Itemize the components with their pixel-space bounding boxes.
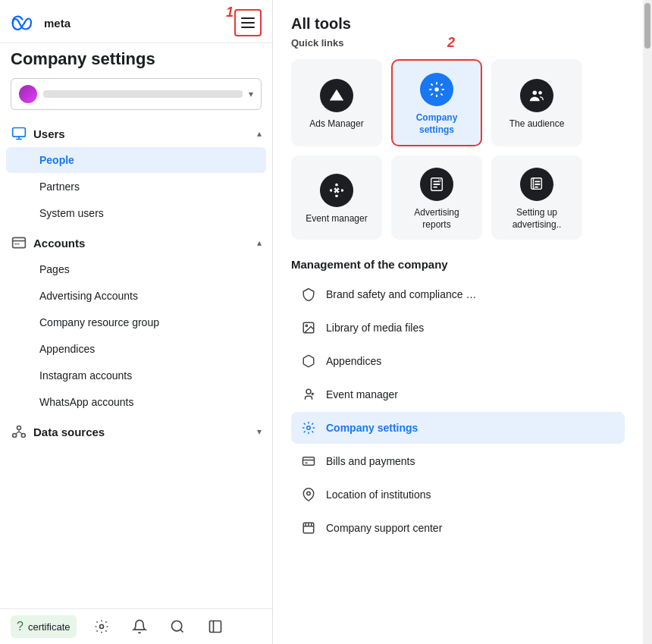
data-sources-section-header[interactable]: Data sources ▾ [0,416,272,445]
accounts-icon [11,234,27,251]
management-item-location[interactable]: Location of institutions [291,479,625,510]
setting-advertising-label: Setting up advertising.. [499,207,575,231]
company-settings-title: Company settings [0,43,272,74]
svg-rect-21 [439,178,441,182]
advertising-reports-icon [420,168,453,201]
ads-manager-label: Ads Manager [309,118,363,130]
quick-link-ads-manager[interactable]: Ads Manager [291,59,382,146]
library-label: Library of media files [326,322,424,334]
svg-rect-32 [303,457,315,466]
management-item-library[interactable]: Library of media files [291,312,625,344]
quick-link-company-settings[interactable]: Company settings [391,59,482,146]
svg-point-29 [306,390,311,394]
library-icon [300,319,317,336]
sidebar-toggle-icon[interactable] [204,615,227,638]
audience-label: The audience [509,118,565,130]
page-title: All tools [291,15,625,33]
system-users-nav-item[interactable]: System users [6,200,266,226]
support-icon [300,520,317,536]
event-manager-mgmt-label: Event manager [326,388,398,401]
svg-point-5 [99,625,103,629]
scrollbar[interactable] [643,0,652,644]
quick-link-setting-advertising[interactable]: Setting up advertising.. [491,156,582,240]
partners-nav-item[interactable]: Partners [6,174,266,199]
brand-safety-icon [300,286,317,303]
svg-point-11 [538,91,542,95]
certificate-label: certificate [28,621,71,633]
meta-logo: meta [11,15,71,30]
event-manager-mgmt-icon [300,386,317,403]
scrollbar-thumb[interactable] [644,3,650,49]
quick-link-event-manager[interactable]: Event manager [291,156,382,240]
support-label: Company support center [326,522,442,534]
instagram-accounts-nav-item[interactable]: Instagram accounts [6,363,266,388]
people-nav-item[interactable]: People [6,147,266,173]
users-section-title: Users [11,125,65,142]
bell-icon[interactable] [128,615,151,638]
sidebar-bottom: ? certificate [0,608,272,644]
management-item-event-manager[interactable]: Event manager [291,379,625,410]
hamburger-button[interactable] [234,9,262,36]
audience-icon [520,79,553,112]
company-resource-group-nav-item[interactable]: Company resource group [6,309,266,335]
brand-safety-label: Brand safety and compliance … [326,288,476,300]
company-settings-ql-icon [420,73,453,106]
svg-rect-0 [13,128,26,137]
svg-point-10 [533,90,538,95]
svg-rect-19 [433,184,440,185]
svg-rect-26 [534,187,538,188]
sidebar-nav: Users ▴ People Partners System users [0,118,272,608]
company-settings-mgmt-label: Company settings [326,422,418,434]
whatsapp-accounts-nav-item[interactable]: WhatsApp accounts [6,389,266,415]
management-item-appendices[interactable]: Appendices [291,345,625,377]
svg-rect-24 [534,181,540,183]
meta-logo-icon [11,15,38,30]
account-avatar [19,85,37,103]
appendices-nav-item[interactable]: Appendices [6,336,266,362]
quick-link-audience[interactable]: The audience [491,59,582,146]
svg-rect-1 [13,237,26,247]
event-manager-ql-label: Event manager [306,213,367,225]
management-section-title: Management of the company [291,258,625,271]
quick-links-row1: Ads Manager Company settings [291,59,625,240]
collapsed-section [0,445,272,467]
accounts-section-header[interactable]: Accounts ▴ [0,227,272,256]
management-item-brand-safety[interactable]: Brand safety and compliance … [291,278,625,310]
main-content: 1 2 All tools Quick links Ads Manager Co… [273,0,643,644]
users-section-header[interactable]: Users ▴ [0,118,272,146]
svg-rect-7 [209,621,221,633]
setting-advertising-icon [520,168,553,201]
svg-point-16 [341,189,344,192]
pages-nav-item[interactable]: Pages [6,256,266,282]
svg-point-2 [17,426,21,430]
data-sources-section-chevron: ▾ [257,426,262,437]
management-item-bills[interactable]: Bills and payments [291,445,625,477]
management-item-support[interactable]: Company support center [291,512,625,544]
certificate-item[interactable]: ? certificate [11,615,77,638]
meta-text: meta [44,17,71,30]
svg-point-9 [434,87,439,92]
bills-icon [300,453,317,470]
svg-rect-25 [534,184,540,185]
quick-link-advertising-reports[interactable]: Advertising reports [391,156,482,240]
advertising-accounts-nav-item[interactable]: Advertising Accounts [6,283,266,309]
users-icon [11,125,27,142]
svg-point-15 [330,189,333,192]
location-icon [300,486,317,503]
location-label: Location of institutions [326,488,431,501]
company-settings-mgmt-icon [300,419,317,436]
accounts-section-chevron: ▴ [257,237,262,248]
event-manager-icon [320,174,353,207]
search-icon[interactable] [166,615,189,638]
svg-marker-8 [330,90,343,101]
svg-point-6 [171,621,181,631]
chevron-down-icon: ▾ [249,89,253,99]
management-item-company-settings[interactable]: Company settings [291,412,625,444]
users-section-chevron: ▴ [257,128,262,139]
account-name [43,90,243,98]
advertising-reports-label: Advertising reports [399,207,475,231]
settings-icon[interactable] [90,615,113,638]
appendices-icon [300,353,317,369]
question-icon: ? [17,620,24,633]
account-selector[interactable]: ▾ [11,78,262,110]
